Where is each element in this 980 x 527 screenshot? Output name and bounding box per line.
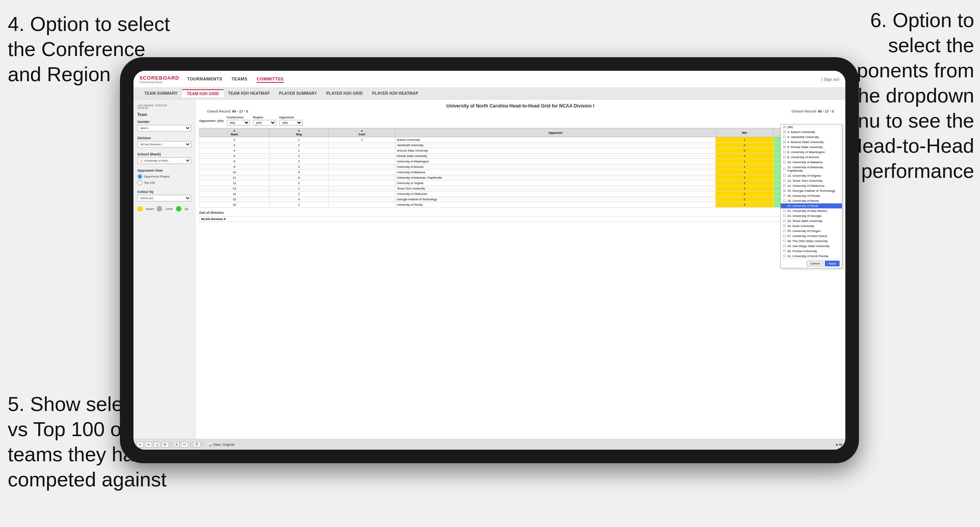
toolbar-sep-1 — [171, 442, 171, 447]
school-label: School (Rank) — [137, 152, 191, 156]
dropdown-item[interactable]: 30. Purdue University — [781, 249, 842, 254]
dropdown-item-label: 21. University of New Mexico — [787, 209, 827, 213]
dropdown-footer: Cancel Apply — [781, 259, 842, 268]
dropdown-item[interactable]: 21. University of New Mexico — [781, 208, 842, 213]
cell-conf — [328, 143, 395, 148]
col-opponent: Opponent — [395, 128, 716, 137]
nav-teams[interactable]: TEAMS — [231, 76, 247, 83]
cell-win: 4 — [715, 153, 773, 159]
dropdown-item[interactable]: 22. University of Georgia — [781, 213, 842, 218]
dropdown-item[interactable]: 10. University of Alabama — [781, 160, 842, 165]
school-section: School (Rank) 1. University of Nort... — [137, 152, 191, 164]
sub-nav-team-summary[interactable]: TEAM SUMMARY — [140, 90, 182, 97]
dropdown-item[interactable]: 23. Texas A&M University — [781, 218, 842, 223]
nav-tournaments[interactable]: TOURNAMENTS — [187, 76, 222, 83]
cell-win: 1 — [715, 181, 773, 186]
cell-win: 0 — [715, 143, 773, 148]
dropdown-item[interactable]: 14. University of Oklahoma — [781, 183, 842, 188]
sub-nav-player-h2h-heatmap[interactable]: PLAYER H2H HEATMAP — [368, 90, 423, 97]
cell-win: 3 — [715, 186, 773, 191]
cell-win: 3 — [715, 175, 773, 181]
cell-reg: 2 — [269, 153, 328, 159]
table-row: 13 1 Texas Tech University 3 0 — [200, 186, 841, 191]
cell-reg: 3 — [269, 164, 328, 170]
dropdown-item[interactable]: 8. University of Arizona — [781, 155, 842, 160]
toolbar-back[interactable]: ◁ — [154, 442, 160, 447]
dropdown-item[interactable]: 6. University of Washington — [781, 150, 842, 155]
nav-committee[interactable]: COMMITTEE — [257, 76, 284, 83]
toolbar-copy[interactable]: ⎘ — [174, 442, 180, 447]
division-label: Division — [137, 136, 191, 140]
dropdown-item-label: 13. Texas Tech University — [787, 179, 822, 182]
school-select[interactable]: 1. University of Nort... — [137, 157, 191, 164]
sub-nav-player-summary[interactable]: PLAYER SUMMARY — [274, 90, 322, 97]
cell-opponent: Arizona State University — [395, 148, 716, 153]
opponent-select[interactable]: (All) — [279, 120, 303, 126]
out-div-label: NCAA Division II — [200, 217, 811, 222]
toolbar-clock[interactable]: ⏱ — [193, 442, 200, 447]
table-row: 10 5 University of Alabama 3 0 — [200, 170, 841, 175]
dropdown-item[interactable]: 27. University of Notre Dame — [781, 234, 842, 239]
radio-top100[interactable]: Top 100 — [137, 180, 191, 185]
table-row: 12 3 University of Virginia 1 0 — [200, 181, 841, 186]
opponent-dropdown[interactable]: (All)2. Auburn University3. Vanderbilt U… — [780, 124, 842, 268]
opponent-view-section: Opponent View Opponents Played Top 100 — [137, 169, 191, 185]
cell-opponent: University of Virginia — [395, 181, 716, 186]
radio-opponents-played[interactable]: Opponents Played — [137, 174, 191, 179]
cancel-button[interactable]: Cancel — [807, 261, 823, 266]
dropdown-item-label: 20. University of Texas — [787, 204, 818, 208]
dropdown-item[interactable]: 12. University of Virginia — [781, 173, 842, 178]
dropdown-item[interactable]: 3. Vanderbilt University — [781, 135, 842, 140]
region-select[interactable]: (All) — [253, 120, 276, 126]
dropdown-item[interactable]: 2. Auburn University — [781, 130, 842, 135]
conference-select[interactable]: (All) — [227, 120, 250, 126]
bottom-toolbar: ↩ ↪ ◁ ⟳ ⎘ ✂ ⏱ 📊 View: Original ● W — [133, 439, 845, 450]
dropdown-item-label: 16. University of Florida — [787, 194, 820, 198]
cell-rank: 14 — [200, 191, 270, 197]
dropdown-item-label: 11. University of Arkansas, Fayetteville — [787, 165, 840, 172]
cell-opponent: University of Florida — [395, 202, 716, 208]
colour-by-select[interactable]: Win/Loss — [137, 195, 191, 201]
dropdown-item[interactable]: 15. Georgia Institute of Technology — [781, 188, 842, 193]
cell-conf — [328, 148, 395, 153]
toolbar-refresh[interactable]: ⟳ — [162, 442, 169, 447]
dropdown-item[interactable]: 31. University of North Florida — [781, 254, 842, 259]
gender-select[interactable]: Men's — [137, 125, 191, 131]
sub-nav-team-h2h-grid[interactable]: TEAM H2H GRID — [182, 89, 224, 97]
dropdown-item[interactable]: 28. The Ohio State University — [781, 239, 842, 244]
view-label: 📊 View: Original — [208, 443, 234, 447]
sub-nav-player-h2h-grid[interactable]: PLAYER H2H GRID — [322, 90, 368, 97]
out-division-row: NCAA Division II 1 0 — [200, 217, 841, 222]
dropdown-item[interactable]: 16. University of Florida — [781, 193, 842, 198]
cell-rank: 12 — [200, 181, 270, 186]
cell-opponent: Florida State University — [395, 153, 716, 159]
dropdown-item-label: 3. Vanderbilt University — [787, 135, 819, 139]
toolbar-sep-2 — [190, 442, 191, 447]
legend-down-dot — [137, 206, 143, 211]
toolbar-redo[interactable]: ↪ — [145, 442, 152, 447]
dropdown-item[interactable]: 20. University of Texas — [781, 203, 842, 208]
cell-win: 3 — [715, 170, 773, 175]
col-rank: #Rank — [200, 128, 270, 137]
cell-rank: 13 — [200, 186, 270, 191]
dropdown-item[interactable]: 11. University of Arkansas, Fayetteville — [781, 165, 842, 173]
dropdown-item[interactable]: 13. Texas Tech University — [781, 178, 842, 183]
cell-rank: 10 — [200, 170, 270, 175]
cell-conf — [328, 175, 395, 181]
gender-label: Gender — [137, 120, 191, 124]
sub-nav-team-h2h-heatmap[interactable]: TEAM H2H HEATMAP — [224, 90, 274, 97]
dropdown-item[interactable]: 25. University of Oregon — [781, 229, 842, 234]
division-select[interactable]: NCAA Division I — [137, 141, 191, 148]
apply-button[interactable]: Apply — [825, 261, 840, 266]
dropdown-item-label: 5. Florida State University — [787, 145, 823, 149]
cell-win: 2 — [715, 191, 773, 197]
dropdown-item[interactable]: 29. San Diego State University — [781, 244, 842, 249]
dropdown-item[interactable]: 4. Arizona State University — [781, 140, 842, 145]
dropdown-item[interactable]: (All) — [781, 125, 842, 130]
toolbar-cut[interactable]: ✂ — [181, 442, 188, 447]
dropdown-item[interactable]: 24. Duke University — [781, 223, 842, 229]
dropdown-item-label: (All) — [787, 125, 793, 129]
toolbar-undo[interactable]: ↩ — [137, 442, 144, 447]
dropdown-item[interactable]: 5. Florida State University — [781, 145, 842, 150]
dropdown-item[interactable]: 18. University of Illinois — [781, 198, 842, 203]
